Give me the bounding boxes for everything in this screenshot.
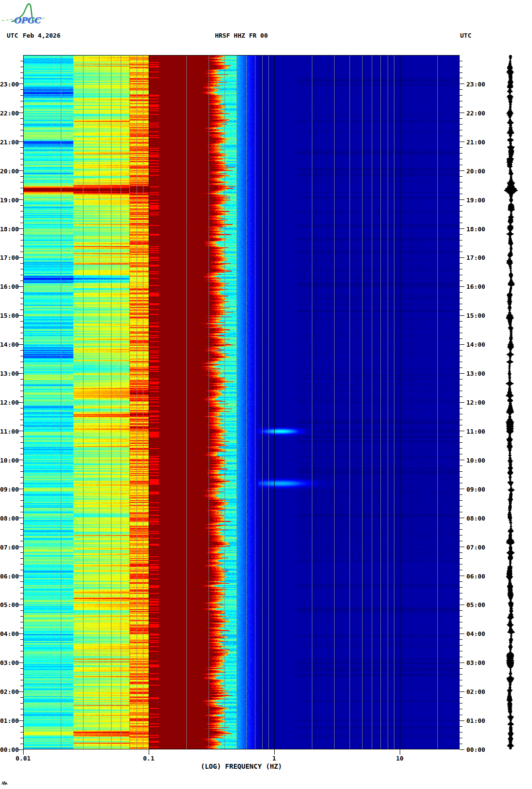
y-minor-tick-right bbox=[460, 396, 462, 397]
y-minor-tick-left bbox=[20, 246, 23, 246]
y-major-tick-right bbox=[460, 518, 464, 518]
y-tick-label-left: 02:00 bbox=[0, 688, 17, 695]
y-minor-tick-right bbox=[460, 275, 462, 275]
y-tick-label-left: 20:00 bbox=[0, 168, 17, 174]
y-minor-tick-left bbox=[20, 610, 23, 611]
y-minor-tick-right bbox=[460, 686, 462, 686]
y-minor-tick-right bbox=[460, 194, 462, 194]
x-major-tick bbox=[400, 749, 400, 755]
x-axis-title: (LOG) FREQUENCY (HZ) bbox=[23, 762, 460, 770]
y-minor-tick-left bbox=[20, 217, 23, 217]
y-major-tick-left bbox=[18, 720, 23, 721]
y-minor-tick-left bbox=[20, 448, 23, 449]
y-major-tick-right bbox=[460, 749, 464, 750]
y-tick-label-left: 07:00 bbox=[0, 544, 17, 550]
y-minor-tick-left bbox=[20, 391, 23, 391]
y-minor-tick-left bbox=[20, 471, 23, 472]
y-major-tick-left bbox=[18, 315, 23, 316]
y-minor-tick-right bbox=[460, 356, 462, 356]
y-minor-tick-right bbox=[460, 298, 462, 298]
y-minor-tick-right bbox=[460, 165, 462, 165]
y-minor-tick-left bbox=[20, 552, 23, 553]
y-minor-tick-left bbox=[20, 153, 23, 154]
y-minor-tick-left bbox=[20, 709, 23, 709]
y-tick-label-left: 21:00 bbox=[0, 139, 17, 145]
y-minor-tick-right bbox=[460, 512, 462, 512]
y-tick-label-right: 15:00 bbox=[466, 312, 490, 319]
y-tick-label-right: 07:00 bbox=[466, 544, 490, 550]
y-tick-label-right: 22:00 bbox=[466, 110, 490, 116]
y-tick-label-right: 11:00 bbox=[466, 428, 490, 435]
y-tick-label-right: 21:00 bbox=[466, 139, 490, 145]
y-minor-tick-right bbox=[460, 414, 462, 414]
y-minor-tick-right bbox=[460, 552, 462, 553]
y-minor-tick-right bbox=[460, 61, 462, 61]
y-minor-tick-right bbox=[460, 639, 462, 640]
y-minor-tick-right bbox=[460, 674, 462, 675]
y-tick-label-right: 19:00 bbox=[466, 197, 490, 203]
y-tick-label-right: 01:00 bbox=[466, 717, 490, 724]
y-tick-label-right: 09:00 bbox=[466, 486, 490, 493]
y-minor-tick-right bbox=[460, 494, 462, 495]
logo-text: OPGC bbox=[14, 15, 42, 25]
y-major-tick-right bbox=[460, 402, 464, 403]
y-minor-tick-right bbox=[460, 610, 462, 611]
y-minor-tick-left bbox=[20, 147, 23, 148]
y-minor-tick-right bbox=[460, 541, 462, 541]
y-major-tick-left bbox=[18, 286, 23, 287]
y-minor-tick-left bbox=[20, 703, 23, 704]
y-minor-tick-left bbox=[20, 465, 23, 466]
y-minor-tick-left bbox=[20, 651, 23, 651]
y-minor-tick-left bbox=[20, 338, 23, 339]
y-minor-tick-left bbox=[20, 72, 23, 73]
y-tick-label-left: 22:00 bbox=[0, 110, 17, 116]
y-major-tick-left bbox=[18, 460, 23, 460]
y-major-tick-left bbox=[18, 373, 23, 374]
y-minor-tick-left bbox=[20, 182, 23, 183]
y-minor-tick-left bbox=[20, 645, 23, 646]
y-minor-tick-right bbox=[460, 529, 462, 530]
y-major-tick-right bbox=[460, 605, 464, 605]
y-minor-tick-left bbox=[20, 95, 23, 96]
y-major-tick-left bbox=[18, 605, 23, 605]
y-minor-tick-right bbox=[460, 182, 462, 183]
y-minor-tick-right bbox=[460, 379, 462, 380]
y-minor-tick-left bbox=[20, 726, 23, 727]
y-minor-tick-right bbox=[460, 744, 462, 744]
y-minor-tick-right bbox=[460, 362, 462, 362]
y-tick-label-right: 16:00 bbox=[466, 283, 490, 290]
y-minor-tick-left bbox=[20, 477, 23, 478]
y-minor-tick-left bbox=[20, 362, 23, 362]
y-minor-tick-left bbox=[20, 211, 23, 211]
y-major-tick-left bbox=[18, 662, 23, 663]
y-minor-tick-right bbox=[460, 350, 462, 351]
y-tick-label-left: 09:00 bbox=[0, 486, 17, 493]
y-tick-label-right: 13:00 bbox=[466, 370, 490, 377]
y-major-tick-right bbox=[460, 113, 464, 113]
y-minor-tick-left bbox=[20, 234, 23, 235]
x-major-tick bbox=[274, 749, 275, 755]
y-major-tick-right bbox=[460, 547, 464, 547]
y-minor-tick-left bbox=[20, 506, 23, 507]
y-minor-tick-left bbox=[20, 408, 23, 409]
y-major-tick-right bbox=[460, 662, 464, 663]
y-minor-tick-right bbox=[460, 622, 462, 622]
y-minor-tick-right bbox=[460, 420, 462, 420]
opgc-logo: OPGC OPGC bbox=[1, 2, 59, 28]
y-minor-tick-right bbox=[460, 408, 462, 409]
y-minor-tick-left bbox=[20, 715, 23, 715]
y-major-tick-right bbox=[460, 228, 464, 229]
y-minor-tick-right bbox=[460, 89, 462, 90]
y-minor-tick-right bbox=[460, 205, 462, 206]
y-tick-label-left: 00:00 bbox=[0, 746, 17, 753]
y-minor-tick-left bbox=[20, 118, 23, 119]
y-minor-tick-right bbox=[460, 616, 462, 617]
y-major-tick-right bbox=[460, 315, 464, 316]
y-minor-tick-right bbox=[460, 95, 462, 96]
y-tick-label-left: 16:00 bbox=[0, 283, 17, 290]
y-tick-label-right: 23:00 bbox=[466, 81, 490, 87]
y-minor-tick-left bbox=[20, 327, 23, 327]
y-major-tick-left bbox=[18, 170, 23, 171]
y-minor-tick-right bbox=[460, 72, 462, 73]
y-minor-tick-left bbox=[20, 414, 23, 414]
